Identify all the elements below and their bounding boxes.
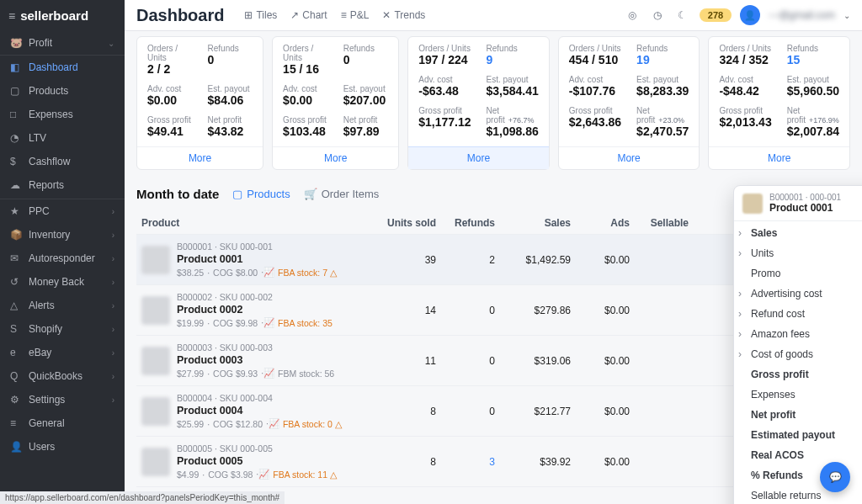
tab-products[interactable]: ▢ Products bbox=[232, 188, 290, 200]
chevron-down-icon[interactable]: ⌄ bbox=[843, 11, 850, 20]
product-detail-popover: B000001 · 000-001 Product 0001 ✕ Sales$1… bbox=[733, 185, 862, 504]
col-refunds[interactable]: Refunds bbox=[436, 217, 495, 229]
product-thumb bbox=[141, 347, 170, 375]
col-units[interactable]: Units sold bbox=[377, 217, 436, 229]
summary-tile-0: Orders / Units2 / 2Refunds0Adv. cost$0.0… bbox=[136, 36, 263, 170]
product-thumb bbox=[141, 448, 170, 476]
sidebar-item-ebay[interactable]: eeBay› bbox=[0, 341, 125, 364]
summary-tile-4: Orders / Units324 / 352Refunds15Adv. cos… bbox=[708, 36, 850, 170]
sidebar-item-general[interactable]: ≡General bbox=[0, 411, 125, 435]
product-thumb bbox=[742, 194, 763, 214]
menu-icon[interactable]: ≡ bbox=[8, 9, 15, 23]
sidebar-item-cashflow[interactable]: $Cashflow bbox=[0, 150, 125, 173]
chevron-right-icon: › bbox=[112, 207, 114, 216]
popover-row[interactable]: Cost of goods-$312.00 bbox=[734, 344, 862, 364]
sidebar-item-alerts[interactable]: △Alerts› bbox=[0, 294, 125, 317]
chevron-right-icon: › bbox=[112, 325, 114, 334]
col-product[interactable]: Product bbox=[141, 217, 377, 229]
popover-row: Estimated payout$977.72 bbox=[734, 425, 862, 445]
chevron-right-icon: › bbox=[112, 301, 114, 310]
clock-icon[interactable]: ◷ bbox=[649, 7, 666, 24]
avatar[interactable]: 👤 bbox=[740, 5, 760, 25]
expenses-icon: □ bbox=[10, 109, 22, 120]
alerts-icon: △ bbox=[10, 300, 22, 311]
general-icon: ≡ bbox=[10, 417, 22, 429]
sidebar-item-dashboard[interactable]: ◧Dashboard bbox=[0, 56, 125, 79]
top-actions: ◎ ◷ ☾ 278 👤 —@gmail.com ⌄ bbox=[624, 5, 850, 25]
autoresponder-icon: ✉ bbox=[10, 252, 22, 264]
sidebar-item-settings[interactable]: ⚙Settings› bbox=[0, 388, 125, 411]
sidebar-item-inventory[interactable]: 📦Inventory› bbox=[0, 223, 125, 247]
ppc-icon: ★ bbox=[10, 205, 22, 217]
tab-order-items[interactable]: 🛒 Order Items bbox=[304, 188, 380, 200]
popover-row[interactable]: Amazon fees-$447.55 bbox=[734, 324, 862, 344]
tile-more-link[interactable]: More bbox=[137, 146, 263, 169]
sidebar-item-ppc[interactable]: ★PPC› bbox=[0, 199, 125, 223]
tiles-row: Orders / Units2 / 2Refunds0Adv. cost$0.0… bbox=[136, 36, 850, 170]
viewtab-pl[interactable]: ≡P&L bbox=[341, 9, 370, 21]
sidebar-item-autoresponder[interactable]: ✉Autoresponder› bbox=[0, 247, 125, 270]
chevron-right-icon: › bbox=[112, 231, 114, 240]
col-sellable[interactable]: Sellable bbox=[630, 217, 689, 229]
chat-button[interactable]: 💬 bbox=[820, 462, 850, 492]
notification-badge[interactable]: 278 bbox=[700, 8, 732, 22]
summary-tile-1: Orders / Units15 / 16Refunds0Adv. cost$0… bbox=[272, 36, 399, 170]
viewtab-chart[interactable]: ↗Chart bbox=[290, 9, 327, 21]
col-sales[interactable]: Sales bbox=[495, 217, 571, 229]
popover-row[interactable]: Refund cost-$67.32 bbox=[734, 304, 862, 324]
brand-name: sellerboard bbox=[20, 8, 88, 23]
ltv-icon: ◔ bbox=[10, 132, 22, 144]
sidebar-item-quickbooks[interactable]: QQuickBooks› bbox=[0, 364, 125, 388]
dashboard-icon: ◧ bbox=[10, 61, 22, 73]
product-thumb bbox=[141, 296, 170, 325]
popover-row: Real ACOS0.00% bbox=[734, 445, 862, 465]
status-bar: https://app.sellerboard.com/en/dashboard… bbox=[0, 491, 285, 504]
content: Orders / Units2 / 2Refunds0Adv. cost$0.0… bbox=[125, 31, 862, 504]
viewtab-tiles[interactable]: ⊞Tiles bbox=[244, 9, 277, 21]
sidebar-profit[interactable]: 🐷Profit ⌄ bbox=[0, 31, 125, 56]
sidebar-item-reports[interactable]: ☁Reports bbox=[0, 173, 125, 197]
chevron-right-icon: › bbox=[112, 372, 114, 381]
sidebar-item-ltv[interactable]: ◔LTV bbox=[0, 126, 125, 150]
cashflow-icon: $ bbox=[10, 156, 22, 167]
sidebar-item-users[interactable]: 👤Users bbox=[0, 435, 125, 459]
col-ads[interactable]: Ads bbox=[571, 217, 630, 229]
product-thumb bbox=[141, 397, 170, 426]
viewtab-trends[interactable]: ✕Trends bbox=[382, 9, 425, 21]
tile-more-link[interactable]: More bbox=[559, 146, 700, 169]
piggybank-icon: 🐷 bbox=[10, 37, 22, 49]
logo: ≡ sellerboard bbox=[0, 0, 125, 31]
sidebar-item-money-back[interactable]: ↺Money Back› bbox=[0, 270, 125, 294]
topbar: Dashboard ⊞Tiles↗Chart≡P&L✕Trends ◎ ◷ ☾ … bbox=[125, 0, 862, 31]
shopify-icon: S bbox=[10, 323, 22, 335]
users-icon: 👤 bbox=[10, 441, 22, 453]
moon-icon[interactable]: ☾ bbox=[674, 7, 691, 24]
popover-row[interactable]: Advertising cost$0.00 bbox=[734, 284, 862, 304]
product-thumb bbox=[141, 246, 170, 274]
tile-more-link[interactable]: More bbox=[709, 146, 849, 169]
view-tabs: ⊞Tiles↗Chart≡P&L✕Trends bbox=[244, 9, 425, 21]
popover-asin: B000001 · 000-001 bbox=[769, 193, 841, 202]
tile-more-link[interactable]: More bbox=[273, 146, 398, 169]
sidebar-item-shopify[interactable]: SShopify› bbox=[0, 317, 125, 341]
popover-name: Product 0001 bbox=[769, 202, 841, 214]
sidebar: ≡ sellerboard 🐷Profit ⌄ ◧Dashboard▢Produ… bbox=[0, 0, 125, 504]
chevron-right-icon: › bbox=[112, 395, 114, 405]
summary-tile-3: Orders / Units454 / 510Refunds19Adv. cos… bbox=[558, 36, 700, 170]
popover-row[interactable]: Units39 bbox=[734, 243, 862, 263]
ebay-icon: e bbox=[10, 347, 22, 358]
products-icon: ▢ bbox=[10, 85, 22, 97]
tile-more-link[interactable]: More bbox=[408, 146, 549, 169]
chevron-right-icon: › bbox=[112, 254, 114, 263]
sidebar-item-products[interactable]: ▢Products bbox=[0, 79, 125, 103]
chevron-right-icon: › bbox=[112, 348, 114, 358]
money-back-icon: ↺ bbox=[10, 276, 22, 288]
chevron-down-icon: ⌄ bbox=[108, 39, 114, 48]
popover-row: Gross profit$665.72 bbox=[734, 364, 862, 385]
popover-row: Expenses$0.00 bbox=[734, 385, 862, 405]
summary-tile-2: Orders / Units197 / 224Refunds9Adv. cost… bbox=[407, 36, 550, 170]
user-email[interactable]: —@gmail.com bbox=[769, 9, 835, 21]
target-icon[interactable]: ◎ bbox=[624, 7, 641, 24]
popover-row[interactable]: Sales$1,492.59 bbox=[734, 223, 862, 243]
sidebar-item-expenses[interactable]: □Expenses bbox=[0, 103, 125, 126]
